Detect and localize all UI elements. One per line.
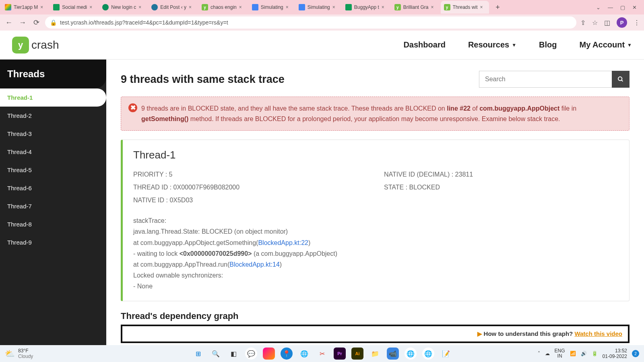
nav-dashboard[interactable]: Dashboard [403,40,445,49]
lang-secondary: IN [555,354,565,359]
tab-9-active[interactable]: yThreads wit× [441,1,489,14]
minimize-icon[interactable]: — [608,4,613,10]
logo[interactable]: y crash [12,37,59,53]
start-icon[interactable]: ⊞ [192,348,204,360]
tab-0[interactable]: Tier1app M× [2,1,49,14]
back-button[interactable]: ← [4,18,14,27]
close-icon[interactable]: × [480,4,486,10]
play-icon: ▶ [477,330,482,337]
alert-segment: method. If threads are BLOCKED for a pro… [188,115,560,122]
tab-1[interactable]: Social medi× [50,1,98,14]
premiere-icon[interactable]: Pr [334,348,346,360]
close-icon[interactable]: × [89,4,95,10]
sidebar-item-thread-4[interactable]: Thread-4 [0,143,106,161]
chevron-down-icon[interactable]: ⌄ [596,4,601,10]
lock-icon: 🔒 [50,19,57,26]
sidebar-item-thread-6[interactable]: Thread-6 [0,179,106,197]
tab-title: Brilliant Gra [403,4,429,10]
url-text: test.ycrash.io/threads.jsp?traceId=4&pc=… [60,19,228,26]
prop-thread-id: THREAD ID : 0X00007F969B082000 [133,184,368,191]
alert-box: ✖ 9 threads are in BLOCKED state, and th… [121,97,630,131]
app-icon [102,4,109,10]
nav-blog[interactable]: Blog [539,40,557,49]
clock[interactable]: 13:52 01-09-2022 [603,348,627,360]
tab-3[interactable]: Edit Post ‹ y× [148,1,198,14]
nav-resources[interactable]: Resources▼ [468,40,516,49]
sidebar-item-thread-5[interactable]: Thread-5 [0,161,106,179]
chrome-profile-2-icon[interactable]: 🌐 [422,348,434,360]
tab-8[interactable]: yBrilliant Gra× [391,1,440,14]
illustrator-icon[interactable]: Ai [351,348,363,360]
snip-icon[interactable]: ✂ [316,348,328,360]
tab-5[interactable]: Simulating× [249,1,295,14]
profile-avatar[interactable]: P [617,17,627,28]
watch-video-link[interactable]: Watch this video [574,330,622,337]
chat-icon[interactable]: 💬 [245,348,257,360]
dependency-graph-box: ▶How to understand this graph? Watch thi… [121,325,630,343]
stack-line: - waiting to lock <0x000000070025d990> (… [133,248,619,259]
sidebar-item-thread-3[interactable]: Thread-3 [0,125,106,143]
pin-icon[interactable]: 📍 [281,348,293,360]
sidebar-item-thread-1[interactable]: Thread-1 [0,88,106,107]
stack-line: stackTrace: [133,215,619,226]
close-icon[interactable]: × [286,4,291,10]
alert-line: line #22 [447,105,471,112]
weather-widget[interactable]: ⛅ 83°F Cloudy [5,348,33,359]
nav-label: Resources [468,40,509,49]
chevron-down-icon: ▼ [512,42,516,48]
sidebar-title: Threads [0,60,106,88]
close-icon[interactable]: × [239,4,245,10]
time-text: 13:52 [603,348,627,354]
dependency-title: Thread's dependency graph [121,311,630,321]
source-link[interactable]: BlockedApp.kt:14 [229,261,280,268]
sidebar-item-thread-9[interactable]: Thread-9 [0,233,106,251]
logo-text: crash [31,39,59,51]
search-button[interactable] [612,71,630,88]
close-window-icon[interactable]: ✕ [632,4,637,10]
battery-icon[interactable]: 🔋 [592,351,598,356]
explorer-icon[interactable]: 📁 [369,348,381,360]
close-icon[interactable]: × [382,4,387,10]
maximize-icon[interactable]: ▢ [620,4,625,10]
star-icon[interactable]: ☆ [592,19,598,27]
close-icon[interactable]: × [189,4,194,10]
instagram-icon[interactable] [263,348,275,360]
wifi-icon[interactable]: 📶 [570,351,576,356]
weather-cond: Cloudy [18,354,33,359]
tab-4[interactable]: ychaos engin× [198,1,248,14]
source-link[interactable]: BlockedApp.kt:22 [258,239,308,246]
chrome-icon[interactable]: 🌐 [298,348,310,360]
sidebar-item-thread-7[interactable]: Thread-7 [0,197,106,215]
tray-chevron-icon[interactable]: ˄ [538,351,540,356]
close-icon[interactable]: × [138,4,144,10]
forward-button[interactable]: → [18,18,27,27]
zoom-icon[interactable]: 📹 [387,348,399,360]
close-icon[interactable]: × [431,4,437,10]
tab-title: Simulating [308,4,330,10]
notification-badge[interactable]: 2 [632,350,639,357]
extensions-icon[interactable]: ◫ [604,19,610,27]
address-bar[interactable]: 🔒 test.ycrash.io/threads.jsp?traceId=4&p… [45,16,576,29]
cloud-icon[interactable]: ☁ [545,351,550,356]
taskview-icon[interactable]: ◧ [227,348,239,360]
content-header: 9 threads with same stack trace [121,71,630,88]
volume-icon[interactable]: 🔊 [581,351,587,356]
sidebar-item-thread-2[interactable]: Thread-2 [0,107,106,125]
search-icon[interactable]: 🔍 [210,348,222,360]
chrome-profile-1-icon[interactable]: 🌐 [405,348,417,360]
dep-help-text: How to understand this graph? [484,330,575,337]
tab-title: Simulating [261,4,283,10]
search-input[interactable] [479,71,612,88]
share-icon[interactable]: ⇪ [580,19,586,27]
reload-button[interactable]: ⟳ [31,18,41,27]
new-tab-button[interactable]: + [492,2,504,13]
notepad-icon[interactable]: 📝 [440,348,452,360]
tab-7[interactable]: BuggyApp t× [342,1,390,14]
tab-6[interactable]: Simulating× [295,1,341,14]
sidebar-item-thread-8[interactable]: Thread-8 [0,215,106,233]
close-icon[interactable]: × [40,4,46,10]
nav-account[interactable]: My Account▼ [580,40,632,49]
menu-icon[interactable]: ⋮ [634,19,640,27]
tab-2[interactable]: New login c× [99,1,147,14]
close-icon[interactable]: × [332,4,338,10]
